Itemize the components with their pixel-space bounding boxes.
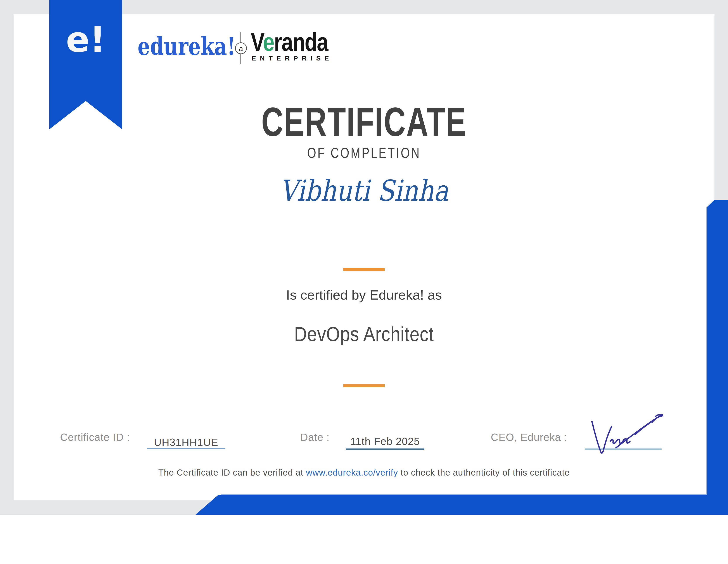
certificate-id-value: UH31HH1UE <box>147 436 225 448</box>
veranda-enterprise-label: ENTERPRISE <box>252 55 333 62</box>
orange-divider-top <box>343 268 385 271</box>
frame-border-right <box>714 0 728 200</box>
date-value: 11th Feb 2025 <box>346 435 424 447</box>
verification-link[interactable]: www.edureka.co/verify <box>306 468 398 477</box>
certified-by-line: Is certified by Edureka! as <box>0 287 728 302</box>
veranda-v: V <box>251 28 263 56</box>
verification-prefix: The Certificate ID can be verified at <box>158 468 306 477</box>
date-underline <box>346 448 424 450</box>
date-label: Date : <box>300 431 330 443</box>
veranda-green-e-icon: e <box>263 28 274 56</box>
certificate-heading: CERTIFICATE <box>91 99 637 145</box>
frame-border-left <box>0 0 14 500</box>
edureka-monogram-icon: e! <box>49 19 122 60</box>
veranda-rest: randa <box>274 28 328 56</box>
verification-suffix: to check the authenticity of this certif… <box>398 468 570 477</box>
bottom-blue-band <box>195 495 728 515</box>
veranda-logo: Veranda <box>251 28 328 57</box>
recipient-name: Vibhuti Sinha <box>55 174 673 208</box>
verification-line: The Certificate ID can be verified at ww… <box>0 468 728 477</box>
designation-title: DevOps Architect <box>44 323 684 346</box>
right-blue-column <box>707 200 728 515</box>
ceo-signature-drawing <box>585 412 673 457</box>
certificate-page: e! edureka! a Veranda ENTERPRISE CERTIFI… <box>0 0 728 564</box>
certificate-id-label: Certificate ID : <box>60 431 130 443</box>
edureka-logo: edureka! <box>138 32 235 61</box>
certificate-subheading: OF COMPLETION <box>73 145 655 161</box>
certificate-id-underline <box>147 448 225 449</box>
ceo-signature <box>585 412 673 457</box>
ceo-label: CEO, Edureka : <box>491 431 567 443</box>
orange-divider-bottom <box>343 384 385 387</box>
logo-a-badge: a <box>235 42 247 54</box>
